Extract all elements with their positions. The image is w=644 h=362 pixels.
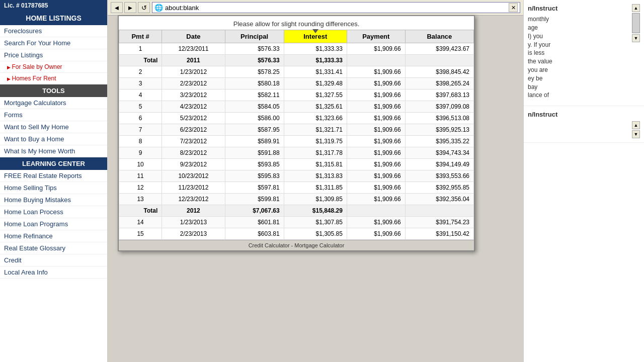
table-cell: $391,150.42 <box>405 228 473 240</box>
table-row: 21/23/2012$578.25$1,331.41$1,909.66$398,… <box>119 66 474 78</box>
table-cell: $1,909.66 <box>347 194 405 205</box>
scroll-down-btn2[interactable]: ▼ <box>632 130 640 138</box>
sidebar-item-credit[interactable]: Credit <box>0 254 107 266</box>
refresh-button[interactable]: ↺ <box>138 2 150 13</box>
table-cell: 7 <box>119 124 162 136</box>
table-cell: Total <box>119 55 162 66</box>
forward-button[interactable]: ► <box>124 2 136 13</box>
table-cell: 1/23/2012 <box>162 66 225 78</box>
table-cell: 11 <box>119 170 162 182</box>
learning-center-header: LEARNING CENTER <box>0 157 107 170</box>
sidebar-item-want-to-buy[interactable]: Want to Buy a Home <box>0 133 107 145</box>
table-cell: $1,909.66 <box>347 159 405 170</box>
table-cell: $601.81 <box>225 217 284 228</box>
table-cell: 2/23/2012 <box>162 78 225 89</box>
popup-scrollable[interactable]: Please allow for slight rounding differe… <box>119 16 474 240</box>
table-cell: 7/23/2012 <box>162 136 225 147</box>
table-cell: 11/23/2012 <box>162 182 225 194</box>
table-cell: $582.11 <box>225 89 284 101</box>
sidebar-item-reports[interactable]: FREE Real Estate Reports <box>0 170 107 182</box>
sidebar-item-selling-tips[interactable]: Home Selling Tips <box>0 182 107 194</box>
table-cell: $399,423.67 <box>405 43 473 55</box>
table-cell: $392,955.85 <box>405 182 473 194</box>
sidebar-item-local-area[interactable]: Local Area Info <box>0 266 107 279</box>
table-cell: $391,754.23 <box>405 217 473 228</box>
license-text: Lic. # 01787685 <box>0 0 107 11</box>
popup-window: Please allow for slight rounding differe… <box>118 15 475 251</box>
table-cell: $1,307.85 <box>284 217 347 228</box>
table-cell: $586.00 <box>225 113 284 124</box>
table-cell: 12/23/2012 <box>162 194 225 205</box>
table-cell: Total <box>119 205 162 217</box>
table-cell: $1,909.66 <box>347 66 405 78</box>
table-cell: $1,327.55 <box>284 89 347 101</box>
table-cell: $1,329.48 <box>284 78 347 89</box>
sidebar-item-mortgage-calculators[interactable]: Mortgage Calculators <box>0 97 107 109</box>
sidebar-item-glossary[interactable]: Real Estate Glossary <box>0 242 107 254</box>
sidebar-item-search[interactable]: Search For Your Home <box>0 37 107 49</box>
table-cell: $7,067.63 <box>225 205 284 217</box>
sidebar-item-loan-programs[interactable]: Home Loan Programs <box>0 218 107 230</box>
table-row: 141/23/2013$601.81$1,307.85$1,909.66$391… <box>119 217 474 228</box>
table-cell: $1,909.66 <box>347 43 405 55</box>
table-row: 54/23/2012$584.05$1,325.61$1,909.66$397,… <box>119 101 474 113</box>
table-cell: 3 <box>119 78 162 89</box>
table-cell: 1/23/2013 <box>162 217 225 228</box>
table-cell: $398,845.42 <box>405 66 473 78</box>
table-cell: $576.33 <box>225 55 284 66</box>
scroll-down-btn[interactable]: ▼ <box>632 34 640 42</box>
sidebar-item-loan-process[interactable]: Home Loan Process <box>0 206 107 218</box>
table-cell: $1,333.33 <box>284 55 347 66</box>
table-cell: $1,909.66 <box>347 228 405 240</box>
table-row: 1312/23/2012$599.81$1,309.85$1,909.66$39… <box>119 194 474 205</box>
amortization-table: Pmt # Date Principal Interest Payment Ba… <box>119 30 474 240</box>
table-cell: 15 <box>119 228 162 240</box>
sidebar-item-refinance[interactable]: Home Refinance <box>0 230 107 242</box>
table-cell: $395,925.13 <box>405 124 473 136</box>
table-cell: $599.81 <box>225 194 284 205</box>
table-cell: $595.83 <box>225 170 284 182</box>
table-row: 32/23/2012$580.18$1,329.48$1,909.66$398,… <box>119 78 474 89</box>
sidebar-item-price-listings[interactable]: Price Listings <box>0 49 107 61</box>
table-cell: $1,909.66 <box>347 124 405 136</box>
sidebar-item-want-to-sell[interactable]: Want to Sell My Home <box>0 121 107 133</box>
right-section1-text: monthlyageI) youy. If youris lessthe val… <box>528 15 557 100</box>
table-cell: $580.18 <box>225 78 284 89</box>
header-date: Date <box>162 30 225 43</box>
table-cell: 2/23/2013 <box>162 228 225 240</box>
table-cell: 9 <box>119 147 162 159</box>
right-section2-title: n/Instruct <box>528 110 640 119</box>
cursor-indicator <box>312 29 318 33</box>
address-input[interactable] <box>165 4 507 12</box>
table-cell <box>347 205 405 217</box>
table-cell: $1,909.66 <box>347 217 405 228</box>
header-interest: Interest <box>284 30 347 43</box>
table-row: 152/23/2013$603.81$1,305.85$1,909.66$391… <box>119 228 474 240</box>
table-cell: 6/23/2012 <box>162 124 225 136</box>
table-cell: $394,149.49 <box>405 159 473 170</box>
scroll-up-btn2[interactable]: ▲ <box>632 121 640 129</box>
table-cell: $1,909.66 <box>347 78 405 89</box>
scroll-up-btn[interactable]: ▲ <box>632 4 640 12</box>
table-cell: $1,305.85 <box>284 228 347 240</box>
table-cell: $576.33 <box>225 43 284 55</box>
table-cell: $587.95 <box>225 124 284 136</box>
table-row: 1110/23/2012$595.83$1,313.83$1,909.66$39… <box>119 170 474 182</box>
right-panel-section1: n/Instruct monthlyageI) youy. If youris … <box>524 0 644 106</box>
sidebar-item-homes-for-rent[interactable]: Homes For Rent <box>0 73 107 84</box>
sidebar-item-home-worth[interactable]: What Is My Home Worth <box>0 145 107 157</box>
go-button[interactable]: ✕ <box>509 3 518 12</box>
back-button[interactable]: ◄ <box>111 2 123 13</box>
table-cell: $1,333.33 <box>284 43 347 55</box>
table-cell: $1,311.85 <box>284 182 347 194</box>
sidebar-item-foreclosures[interactable]: Foreclosures <box>0 25 107 37</box>
sidebar-item-forms[interactable]: Forms <box>0 109 107 121</box>
header-payment: Payment <box>347 30 405 43</box>
scrollbar-track <box>632 13 640 33</box>
table-cell <box>347 55 405 66</box>
sidebar-item-buying-mistakes[interactable]: Home Buying Mistakes <box>0 194 107 206</box>
table-cell: $394,743.34 <box>405 147 473 159</box>
sidebar-item-for-sale-by-owner[interactable]: For Sale by Owner <box>0 61 107 73</box>
header-balance: Balance <box>405 30 473 43</box>
nav-buttons: ◄ ► ↺ <box>111 2 150 13</box>
